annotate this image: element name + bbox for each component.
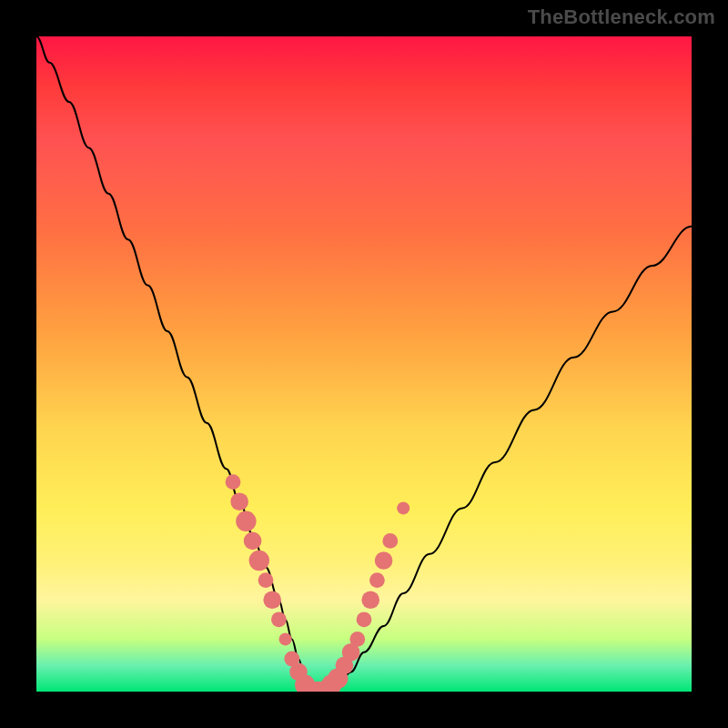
curve-svg bbox=[36, 36, 692, 692]
plot-area bbox=[36, 36, 692, 692]
marker-dot bbox=[361, 591, 379, 609]
marker-dot bbox=[249, 551, 269, 571]
marker-dot bbox=[263, 591, 281, 609]
marker-dot bbox=[357, 612, 372, 627]
marker-dot bbox=[226, 474, 241, 490]
bottleneck-curve bbox=[36, 36, 692, 692]
marker-dot bbox=[375, 551, 393, 570]
marker-dot bbox=[397, 501, 410, 514]
marker-dot bbox=[279, 632, 292, 645]
marker-dot bbox=[258, 572, 274, 588]
marker-dot bbox=[244, 532, 262, 551]
chart-frame: TheBottleneck.com bbox=[0, 0, 728, 728]
marker-group bbox=[226, 474, 410, 692]
marker-dot bbox=[271, 612, 287, 627]
marker-dot bbox=[349, 632, 365, 647]
marker-dot bbox=[382, 533, 398, 549]
marker-dot bbox=[369, 572, 385, 588]
marker-dot bbox=[230, 492, 248, 511]
marker-dot bbox=[236, 511, 256, 531]
watermark: TheBottleneck.com bbox=[528, 5, 715, 29]
